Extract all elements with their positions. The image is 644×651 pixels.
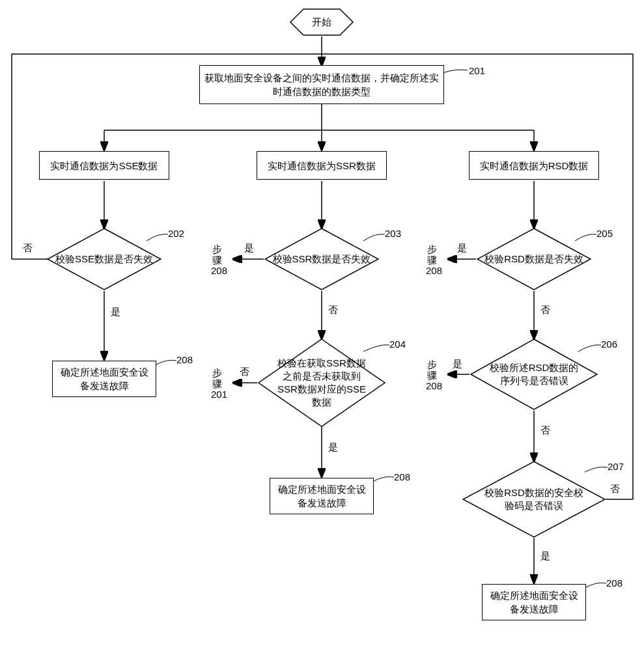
step-201-text: 获取地面安全设备之间的实时通信数据，并确定所述实时通信数据的数据类型 (204, 71, 440, 98)
branch-rsd: 实时通信数据为RSD数据 (469, 151, 599, 180)
edge-203-no: 否 (328, 304, 338, 316)
step-201: 获取地面安全设备之间的实时通信数据，并确定所述实时通信数据的数据类型 (199, 65, 444, 104)
decision-206: 校验所述RSD数据的序列号是否错误 (470, 339, 598, 410)
branch-sse-text: 实时通信数据为SSE数据 (50, 159, 158, 173)
ref-201: 201 (469, 65, 485, 76)
decision-202-text: 校验SSE数据是否失效 (55, 253, 153, 266)
step208-ref-3: 步骤208 (426, 359, 438, 392)
edge-204-yes: 是 (328, 441, 338, 454)
start-label: 开始 (312, 16, 331, 29)
edge-204-no: 否 (240, 366, 249, 378)
decision-202: 校验SSE数据是否失效 (47, 228, 161, 290)
edge-207-no: 否 (610, 483, 620, 495)
edge-202-yes: 是 (111, 306, 120, 318)
decision-205: 校验RSD数据是否失效 (477, 228, 591, 290)
ref-208b: 208 (394, 471, 410, 482)
decision-207: 校验RSD数据的安全校验码是否错误 (462, 461, 606, 538)
branch-rsd-text: 实时通信数据为RSD数据 (480, 159, 589, 173)
decision-204: 校验在获取SSR数据之前是否未获取到SSR数据对应的SSE数据 (258, 339, 385, 427)
decision-203: 校验SSR数据是否失效 (264, 228, 379, 290)
edge-206-no: 否 (540, 424, 550, 437)
step-208b: 确定所述地面安全设备发送故障 (270, 478, 374, 514)
step201-ref: 步骤201 (211, 368, 223, 400)
flowchart-canvas: 开始 获取地面安全设备之间的实时通信数据，并确定所述实时通信数据的数据类型 20… (0, 0, 644, 651)
edge-207-yes: 是 (540, 550, 550, 562)
ref-208c: 208 (606, 577, 623, 589)
start-node: 开始 (289, 8, 354, 36)
ref-204: 204 (389, 339, 406, 350)
ref-207: 207 (608, 461, 624, 472)
edge-205-yes: 是 (457, 242, 467, 255)
decision-203-text: 校验SSR数据是否失效 (273, 253, 371, 266)
decision-206-text: 校验所述RSD数据的序列号是否错误 (485, 361, 583, 388)
branch-sse: 实时通信数据为SSE数据 (39, 151, 169, 180)
step-208a: 确定所述地面安全设备发送故障 (52, 361, 156, 397)
edge-205-no: 否 (540, 304, 550, 316)
branch-ssr: 实时通信数据为SSR数据 (257, 151, 387, 180)
step-208c-text: 确定所述地面安全设备发送故障 (486, 589, 581, 616)
ref-206: 206 (601, 339, 617, 350)
ref-203: 203 (385, 228, 401, 239)
step208-ref-1: 步骤208 (211, 244, 223, 277)
ref-202: 202 (168, 228, 184, 239)
step208-ref-2: 步骤208 (426, 244, 438, 277)
decision-204-text: 校验在获取SSR数据之前是否未获取到SSR数据对应的SSE数据 (273, 357, 371, 409)
step-208a-text: 确定所述地面安全设备发送故障 (57, 365, 152, 393)
step-208b-text: 确定所述地面安全设备发送故障 (274, 482, 369, 510)
step-208c: 确定所述地面安全设备发送故障 (482, 584, 586, 620)
decision-207-text: 校验RSD数据的安全校验码是否错误 (481, 486, 588, 513)
edge-202-no: 否 (23, 242, 33, 255)
ref-208a: 208 (176, 354, 193, 365)
decision-205-text: 校验RSD数据是否失效 (484, 253, 583, 266)
edge-203-yes: 是 (244, 242, 254, 255)
ref-205: 205 (596, 228, 613, 239)
edge-206-yes: 是 (453, 358, 462, 370)
branch-ssr-text: 实时通信数据为SSR数据 (268, 159, 376, 173)
